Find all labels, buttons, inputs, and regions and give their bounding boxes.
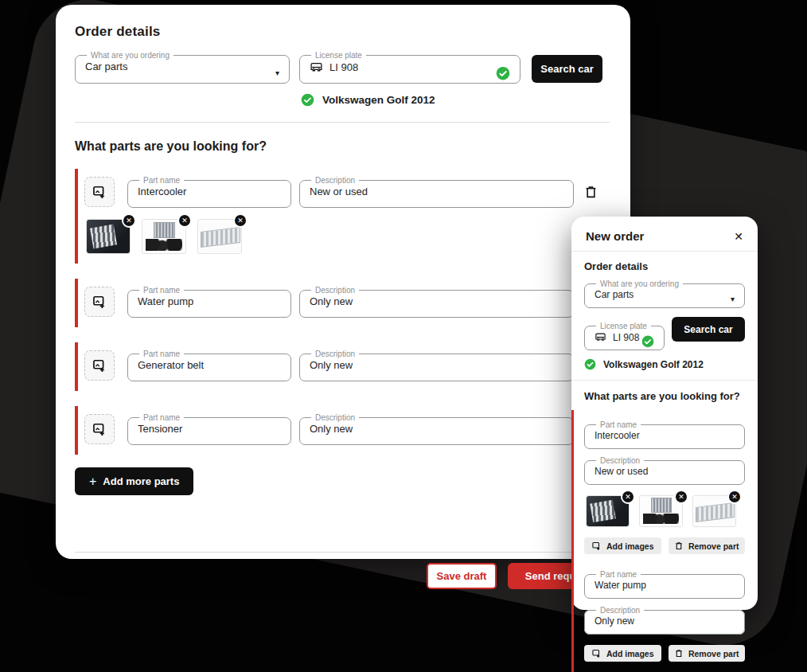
part-description-label: Description	[311, 176, 359, 185]
chevron-down-icon[interactable]: ▾	[275, 68, 279, 76]
license-valid-check-icon	[496, 66, 510, 80]
part-name-label: Part name	[139, 413, 184, 422]
ordering-select[interactable]: What are you ordering Car parts ▾	[584, 279, 745, 308]
search-car-button[interactable]: Search car	[672, 317, 745, 342]
part-name-field[interactable]: Part name Generator belt	[127, 350, 291, 381]
trash-icon	[674, 648, 684, 658]
part-row: Part name Water pump Description Only ne…	[75, 279, 610, 327]
part-image-thumbnail: ✕	[142, 219, 186, 254]
part-name-label: Part name	[139, 286, 184, 295]
part-description-label: Description	[596, 456, 644, 465]
remove-image-icon[interactable]: ✕	[233, 213, 248, 228]
ordering-select-value: Car parts	[85, 61, 279, 72]
ordering-select[interactable]: What are you ordering Car parts ▾	[75, 51, 290, 84]
part-image-thumbnail: ✕	[692, 495, 736, 527]
add-image-icon	[92, 294, 107, 310]
part-description-field[interactable]: Description Only new	[584, 606, 745, 635]
part-name-value: Tensioner	[138, 423, 281, 435]
add-images-button[interactable]: Add images	[584, 645, 661, 662]
part-name-field[interactable]: Part name Water pump	[584, 570, 745, 599]
part-name-field[interactable]: Part name Intercooler	[584, 420, 745, 449]
part-description-field[interactable]: Description New or used	[299, 176, 574, 208]
car-found-check-icon	[584, 358, 596, 370]
car-result-line: Volkswagen Golf 2012	[584, 358, 745, 370]
part-description-value: New or used	[310, 186, 563, 197]
search-car-button[interactable]: Search car	[532, 55, 602, 83]
remove-part-button[interactable]	[583, 184, 598, 200]
part-image-thumbnail: ✕	[586, 495, 630, 527]
order-details-title: Order details	[584, 260, 745, 272]
car-icon	[310, 61, 323, 74]
car-found-check-icon	[301, 93, 314, 107]
part-actions: Add images Remove part	[584, 645, 745, 662]
part-name-field[interactable]: Part name Intercooler	[127, 176, 291, 208]
plus-icon: +	[89, 475, 96, 489]
part-row: Part name Intercooler Description New or…	[75, 169, 610, 264]
license-plate-label: License plate	[311, 51, 366, 60]
remove-part-button[interactable]: Remove part	[669, 645, 746, 662]
remove-image-icon[interactable]: ✕	[177, 213, 192, 228]
remove-part-button[interactable]: Remove part	[669, 537, 746, 554]
ordering-select-label: What are you ordering	[87, 51, 173, 60]
remove-image-icon[interactable]: ✕	[727, 490, 742, 504]
add-image-icon	[591, 541, 602, 551]
part-description-field[interactable]: Description New or used	[584, 456, 745, 485]
license-plate-field[interactable]: License plate LI 908	[584, 322, 665, 350]
license-valid-check-icon	[641, 335, 654, 348]
license-plate-field[interactable]: License plate LI 908	[299, 51, 520, 84]
add-images-icon-button[interactable]	[84, 350, 115, 381]
add-images-icon-button[interactable]	[84, 287, 115, 317]
add-images-icon-button[interactable]	[84, 177, 115, 207]
add-images-icon-button[interactable]	[84, 414, 115, 444]
section-divider	[75, 122, 610, 123]
part-block: Part name Intercooler Description New or…	[584, 420, 745, 563]
trash-icon	[674, 541, 684, 551]
remove-image-icon[interactable]: ✕	[621, 490, 635, 504]
order-details-row: What are you ordering Car parts ▾ Licens…	[75, 51, 610, 84]
close-icon[interactable]: ✕	[734, 231, 743, 242]
license-row: License plate LI 908 Search car	[584, 315, 745, 350]
remove-image-icon[interactable]: ✕	[674, 490, 688, 504]
remove-part-label: Remove part	[688, 649, 739, 658]
modal-title: New order	[586, 229, 644, 243]
license-plate-value: LI 908	[329, 61, 358, 73]
part-actions: Add images Remove part	[584, 537, 745, 554]
trash-icon	[583, 184, 598, 200]
part-description-field[interactable]: Description Only new	[299, 286, 574, 318]
section-divider	[571, 380, 758, 381]
part-image-thumbnail: ✕	[197, 219, 242, 254]
part-description-value: Only new	[595, 615, 735, 627]
part-name-field[interactable]: Part name Tensioner	[127, 413, 291, 445]
car-result-text: Volkswagen Golf 2012	[603, 359, 704, 370]
car-result-line: Volkswagen Golf 2012	[301, 93, 610, 107]
chevron-down-icon[interactable]: ▾	[731, 295, 735, 303]
part-name-field[interactable]: Part name Water pump	[127, 286, 291, 318]
part-description-label: Description	[311, 413, 359, 422]
add-images-button[interactable]: Add images	[584, 537, 661, 554]
part-description-value: Only new	[310, 295, 563, 307]
part-description-value: New or used	[595, 466, 735, 477]
part-name-value: Intercooler	[595, 430, 735, 441]
part-images: ✕ ✕ ✕	[586, 495, 745, 527]
part-image-thumbnail: ✕	[639, 495, 683, 527]
part-name-value: Water pump	[595, 580, 735, 591]
add-more-parts-label: Add more parts	[103, 475, 179, 487]
part-name-label: Part name	[596, 420, 641, 429]
part-description-field[interactable]: Description Only new	[299, 413, 574, 445]
part-image-thumbnail: ✕	[86, 219, 131, 254]
car-result-text: Volkswagen Golf 2012	[322, 94, 435, 106]
part-description-value: Only new	[310, 359, 563, 371]
part-description-value: Only new	[310, 423, 563, 435]
part-images: ✕ ✕ ✕	[86, 219, 598, 254]
part-description-field[interactable]: Description Only new	[299, 350, 574, 381]
add-more-parts-button[interactable]: + Add more parts	[75, 467, 193, 495]
remove-image-icon[interactable]: ✕	[122, 213, 136, 228]
save-draft-button[interactable]: Save draft	[427, 563, 497, 589]
part-name-value: Water pump	[138, 295, 281, 307]
ordering-select-label: What are you ordering	[596, 279, 683, 288]
part-description-label: Description	[596, 606, 644, 615]
new-order-modal: New order ✕ Order details What are you o…	[571, 217, 758, 610]
remove-part-label: Remove part	[688, 541, 739, 551]
add-image-icon	[591, 648, 602, 658]
add-images-label: Add images	[606, 649, 654, 658]
